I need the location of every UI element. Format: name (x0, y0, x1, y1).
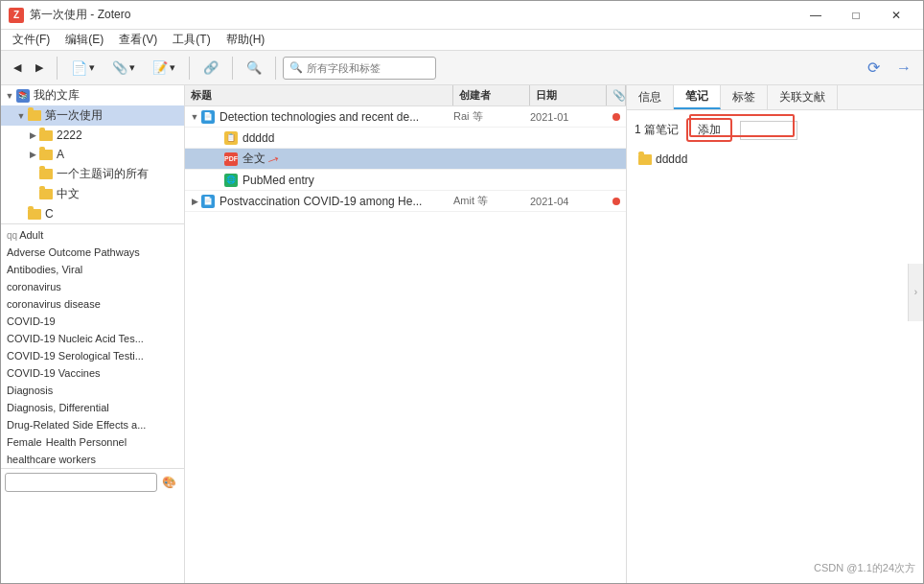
tag-diagnosis-label: Diagnosis (7, 385, 53, 396)
row-date-4: 2021-04 (530, 196, 607, 207)
menu-view[interactable]: 查看(V) (111, 30, 165, 50)
tag-diagnosis-diff-label: Diagnosis, Differential (7, 402, 109, 413)
column-headers: 标题 创建者 日期 📎 (185, 85, 626, 106)
tag-covid19-nucleic-label: COVID-19 Nucleic Acid Tes... (7, 333, 144, 344)
topics-label: 一个主题词的所有 (57, 166, 149, 182)
sidebar-item-firstuse[interactable]: ▼ 第一次使用 (1, 105, 184, 126)
right-panel: 信息 笔记 标签 关联文献 1 篇笔记 添加 ddddd › (626, 85, 923, 584)
window-controls: — □ ✕ (797, 5, 915, 26)
tab-notes[interactable]: 笔记 (674, 85, 721, 109)
tags-section: qq Adult Adverse Outcome Pathways Antibo… (1, 223, 184, 468)
tag-healthcare[interactable]: healthcare workers (1, 451, 184, 468)
minimize-button[interactable]: — (797, 5, 835, 26)
table-row[interactable]: ▼ 📄 Detection technologies and recent de… (185, 106, 626, 128)
tag-qq-label: qq (7, 230, 17, 241)
search-box[interactable]: 🔍 (283, 57, 436, 80)
col-header-attach[interactable]: 📎 (607, 85, 626, 105)
row-type-icon-2: PDF (223, 152, 239, 167)
separator-2 (189, 57, 190, 80)
table-row[interactable]: 📋 ddddd (185, 128, 626, 149)
separator-3 (232, 57, 233, 80)
sidebar-item-topics[interactable]: 一个主题词的所有 (1, 164, 184, 184)
row-title-2: 全文 (243, 151, 453, 167)
menu-help[interactable]: 帮助(H) (219, 30, 273, 50)
right-scroll: › (908, 264, 923, 321)
row-expand-icon-0: ▼ (189, 111, 200, 123)
tag-diagnosis[interactable]: Diagnosis (1, 382, 184, 399)
chinese-label: 中文 (57, 186, 80, 202)
notes-add-button[interactable]: 添加 (686, 118, 732, 142)
tag-health-personnel-label: Health Personnel (46, 436, 127, 448)
arrow-button[interactable]: → (890, 55, 917, 82)
tag-covid19-vaccines-label: COVID-19 Vaccines (7, 367, 101, 379)
C-label: C (45, 207, 54, 221)
menu-edit[interactable]: 编辑(E) (58, 30, 111, 50)
tag-adult-label: Adult (19, 229, 43, 241)
row-expand-icon-2 (212, 153, 223, 165)
table-row[interactable]: 🌐 PubMed entry (185, 170, 626, 191)
forward-button[interactable]: ▶ (29, 55, 50, 82)
notes-header: 1 篇笔记 添加 (635, 118, 915, 142)
tag-covid19-nucleic[interactable]: COVID-19 Nucleic Acid Tes... (1, 330, 184, 347)
tag-antibodies[interactable]: Antibodies, Viral (1, 261, 184, 278)
note-icon-1: 📋 (224, 131, 238, 145)
tag-covid19-vaccines[interactable]: COVID-19 Vaccines (1, 364, 184, 382)
maximize-button[interactable]: □ (837, 5, 875, 26)
sync-button[interactable]: ⟳ (860, 55, 887, 82)
attach-link-button[interactable]: 🔗 (196, 55, 225, 82)
note-folder-icon (638, 154, 652, 165)
sidebar-item-chinese[interactable]: 中文 (1, 184, 184, 204)
tag-coronavirus[interactable]: coronavirus (1, 278, 184, 295)
article-icon-4: 📄 (201, 195, 215, 208)
menu-tools[interactable]: 工具(T) (165, 30, 218, 50)
tag-covid19-label: COVID-19 (7, 315, 56, 327)
row-type-icon-4: 📄 (200, 194, 216, 209)
menu-file[interactable]: 文件(F) (5, 30, 58, 50)
table-row[interactable]: PDF 全文 (185, 149, 626, 170)
col-header-creator[interactable]: 创建者 (453, 85, 530, 105)
tag-covid19[interactable]: COVID-19 (1, 313, 184, 330)
tab-related[interactable]: 关联文献 (768, 85, 838, 109)
row-type-icon-1: 📋 (223, 130, 239, 146)
tag-color-button[interactable]: 🎨 (159, 473, 178, 492)
col-header-date[interactable]: 日期 (530, 85, 607, 105)
watermark: CSDN @1.1的24次方 (814, 561, 915, 575)
add-attachment-button[interactable]: 📎 ▾ (105, 55, 142, 82)
A-folder-icon (39, 150, 53, 160)
firstuse-folder-icon (28, 110, 41, 121)
sidebar-item-A[interactable]: ▶ A (1, 145, 184, 164)
tag-adult[interactable]: qq Adult (1, 226, 184, 244)
locate-button[interactable]: 🔍 (240, 55, 268, 82)
new-item-button[interactable]: 📄 ▾ (64, 55, 102, 82)
tab-info[interactable]: 信息 (627, 85, 674, 109)
tag-coronavirus-disease[interactable]: coronavirus disease (1, 295, 184, 313)
A-expand-icon: ▶ (28, 150, 37, 159)
content-list: ▼ 📄 Detection technologies and recent de… (185, 106, 626, 584)
sidebar-item-library[interactable]: ▼ 📚 我的文库 (1, 85, 184, 105)
tag-female[interactable]: Female Health Personnel (1, 433, 184, 451)
tab-tags[interactable]: 标签 (721, 85, 768, 109)
row-creator-4: Amit 等 (453, 194, 530, 208)
tag-female-label: Female (7, 436, 42, 448)
tag-adverse[interactable]: Adverse Outcome Pathways (1, 244, 184, 261)
sidebar: ▼ 📚 我的文库 ▼ 第一次使用 ▶ 2222 ▶ (1, 85, 185, 584)
close-button[interactable]: ✕ (877, 5, 915, 26)
tag-search-input[interactable] (5, 473, 157, 492)
row-creator-0: Rai 等 (453, 109, 530, 124)
C-folder-icon (28, 209, 41, 220)
tag-covid19-sero[interactable]: COVID-19 Serological Testi... (1, 347, 184, 364)
attachment-arrow: ▾ (129, 61, 135, 74)
table-row[interactable]: ▶ 📄 Postvaccination COVID-19 among He...… (185, 191, 626, 212)
sidebar-item-2222[interactable]: ▶ 2222 (1, 126, 184, 145)
tag-diagnosis-diff[interactable]: Diagnosis, Differential (1, 399, 184, 416)
back-button[interactable]: ◀ (7, 55, 28, 82)
row-attach-4 (607, 198, 626, 205)
search-input[interactable] (307, 62, 431, 74)
sidebar-item-C[interactable]: C (1, 204, 184, 223)
notes-new-input[interactable] (740, 121, 797, 140)
tag-drug-related[interactable]: Drug-Related Side Effects a... (1, 416, 184, 433)
row-title-1: ddddd (243, 131, 453, 145)
col-header-title[interactable]: 标题 (185, 85, 453, 105)
new-note-button[interactable]: 📝 ▾ (146, 55, 182, 82)
C-expand-icon (16, 209, 26, 219)
